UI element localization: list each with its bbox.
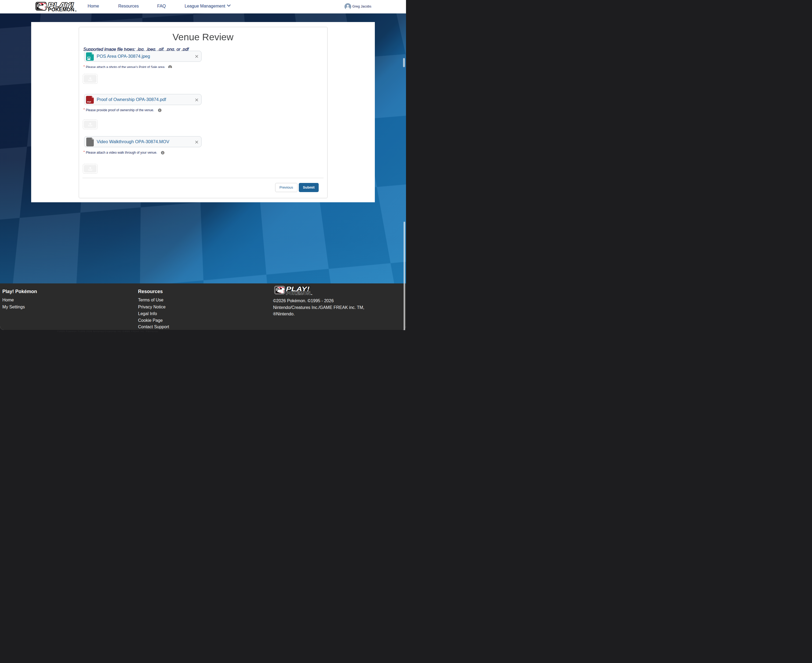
- svg-text:PDF: PDF: [87, 101, 91, 103]
- svg-text:POKÉMON: POKÉMON: [48, 7, 74, 12]
- svg-text:TM: TM: [311, 294, 312, 295]
- svg-text:TM: TM: [75, 10, 76, 12]
- svg-text:POKÉMON: POKÉMON: [286, 291, 310, 295]
